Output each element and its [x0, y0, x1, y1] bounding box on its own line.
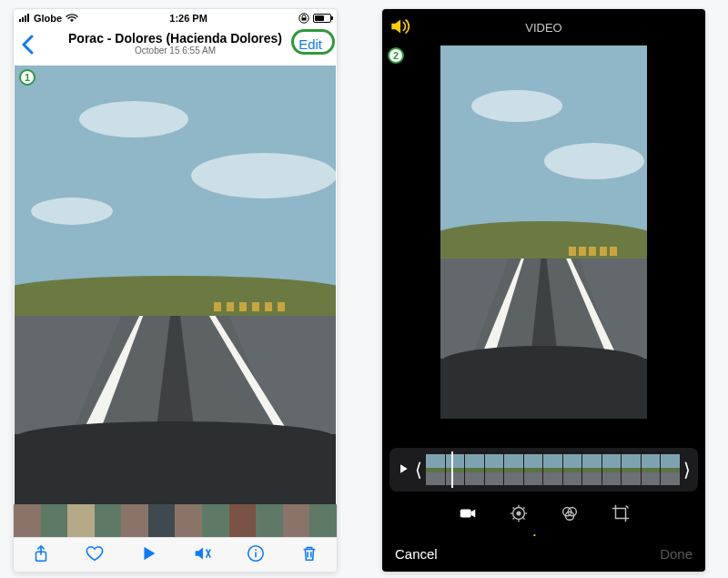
play-button[interactable]: [138, 543, 158, 567]
trim-start-handle[interactable]: ⟨: [415, 459, 422, 481]
nav-subtitle: October 15 6:55 AM: [14, 46, 337, 56]
photos-viewer-screen: Globe 1:26 PM Porac - Dolores (Hacienda …: [14, 9, 337, 572]
edit-mode-title: VIDEO: [525, 21, 561, 35]
nav-bar: Porac - Dolores (Hacienda Dolores) Octob…: [14, 25, 337, 66]
volume-button[interactable]: [388, 15, 411, 41]
edit-button[interactable]: Edit: [289, 33, 331, 56]
svg-point-14: [517, 512, 521, 515]
status-left: Globe: [19, 13, 78, 24]
nav-title: Porac - Dolores (Hacienda Dolores): [14, 25, 337, 46]
done-button[interactable]: Done: [660, 546, 693, 562]
svg-rect-1: [302, 18, 307, 21]
info-button[interactable]: [246, 543, 266, 567]
clock-label: 1:26 PM: [169, 13, 207, 24]
favorite-button[interactable]: [85, 543, 105, 567]
step-badge-1: 1: [19, 69, 35, 86]
edit-header: VIDEO: [382, 9, 705, 46]
wifi-icon: [66, 14, 78, 23]
carrier-label: Globe: [34, 13, 62, 24]
video-timeline[interactable]: ⟨ ⟩: [389, 448, 698, 492]
playhead[interactable]: [451, 451, 453, 488]
thumbnail-strip[interactable]: [14, 504, 337, 537]
back-button[interactable]: [21, 35, 34, 60]
edit-tool-tabs: [382, 497, 705, 533]
video-edit-screen: VIDEO 2 ⟨: [382, 9, 705, 572]
timeline-play-button[interactable]: [397, 462, 410, 478]
adjust-tab[interactable]: [509, 503, 529, 527]
svg-rect-12: [460, 509, 470, 517]
toolbar: [14, 537, 337, 572]
delete-button[interactable]: [299, 543, 319, 567]
media-viewport[interactable]: [15, 66, 336, 504]
battery-icon: [313, 14, 331, 23]
video-tab[interactable]: [458, 503, 478, 527]
crop-tab[interactable]: [611, 503, 631, 527]
filters-tab[interactable]: [560, 503, 580, 527]
edit-bottom-bar: Cancel Done: [382, 535, 705, 572]
edit-media-viewport[interactable]: [440, 46, 647, 419]
step-badge-2: 2: [388, 47, 404, 64]
signal-icon: [19, 13, 30, 24]
trim-end-handle[interactable]: ⟩: [683, 459, 691, 481]
mute-button[interactable]: [192, 543, 212, 567]
timeline-frames[interactable]: [426, 454, 680, 485]
orientation-lock-icon: [298, 13, 309, 24]
cancel-button[interactable]: Cancel: [395, 546, 438, 562]
share-button[interactable]: [31, 543, 51, 567]
status-bar: Globe 1:26 PM: [14, 9, 337, 25]
status-right: [298, 13, 331, 24]
